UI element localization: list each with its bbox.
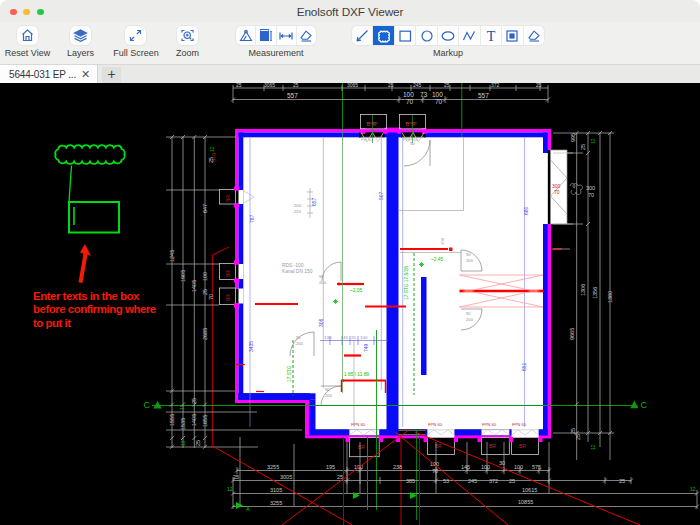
svg-text:12: 12 (690, 486, 696, 492)
svg-text:before confirming where: before confirming where (33, 303, 156, 315)
svg-text:200: 200 (440, 237, 445, 245)
svg-text:657: 657 (311, 197, 317, 206)
svg-text:25: 25 (195, 440, 201, 446)
svg-text:995: 995 (570, 133, 576, 142)
svg-text:306: 306 (318, 318, 324, 327)
svg-text:3065: 3065 (264, 83, 275, 88)
svg-text:C: C (641, 400, 648, 410)
svg-text:BR: BR (225, 294, 231, 301)
svg-text:BR: BR (358, 444, 365, 450)
svg-text:FPN 60: FPN 60 (482, 422, 497, 427)
svg-text:25: 25 (444, 83, 450, 88)
svg-text:100: 100 (360, 335, 368, 340)
svg-text:220: 220 (294, 209, 302, 214)
svg-text:53: 53 (443, 478, 449, 484)
svg-text:1245: 1245 (169, 250, 175, 262)
svg-text:25: 25 (337, 474, 343, 480)
svg-text:12: 12 (180, 440, 186, 446)
svg-text:200: 200 (294, 203, 302, 208)
svg-text:BR: BR (489, 443, 496, 449)
svg-text:557: 557 (287, 92, 298, 99)
svg-text:B R: B R (367, 121, 378, 127)
svg-text:200: 200 (319, 280, 327, 285)
svg-text:2685: 2685 (202, 328, 208, 340)
svg-text:3005: 3005 (280, 474, 292, 480)
svg-text:787: 787 (249, 214, 255, 223)
svg-text:651: 651 (521, 362, 527, 371)
svg-text:70: 70 (208, 294, 214, 300)
svg-text:3105: 3105 (270, 487, 282, 493)
svg-text:575: 575 (532, 464, 541, 470)
svg-text:3065: 3065 (347, 83, 358, 88)
svg-text:90: 90 (296, 335, 301, 340)
svg-text:1405: 1405 (191, 280, 197, 292)
svg-text:680: 680 (523, 206, 529, 215)
svg-text:507: 507 (378, 191, 384, 200)
svg-text:45: 45 (343, 335, 348, 340)
svg-text:25: 25 (351, 335, 356, 340)
svg-text:25: 25 (191, 398, 197, 404)
svg-text:25: 25 (388, 83, 394, 88)
svg-text:1905: 1905 (180, 270, 186, 282)
svg-text:385: 385 (406, 478, 415, 484)
svg-text:A: A (246, 506, 250, 512)
svg-text:73: 73 (420, 91, 428, 98)
svg-text:245: 245 (468, 478, 477, 484)
svg-text:100: 100 (432, 91, 443, 98)
svg-text:100: 100 (403, 91, 414, 98)
svg-text:245: 245 (413, 83, 422, 88)
svg-text:70: 70 (554, 189, 560, 195)
svg-text:300: 300 (586, 185, 595, 191)
svg-text:~2,05: ~2,05 (350, 288, 362, 293)
svg-text:1 85 \ 11 89: 1 85 \ 11 89 (344, 372, 369, 377)
svg-text:3255: 3255 (270, 500, 282, 506)
svg-text:372: 372 (489, 478, 498, 484)
svg-text:12: 12 (209, 146, 215, 152)
svg-text:FPN 60: FPN 60 (428, 422, 443, 427)
svg-text:3255: 3255 (267, 464, 279, 470)
svg-text:Kanal DN 150: Kanal DN 150 (282, 269, 313, 274)
svg-text:30: 30 (499, 460, 505, 466)
svg-text:238: 238 (393, 464, 402, 470)
svg-text:12: 12 (227, 486, 233, 492)
svg-text:BR: BR (225, 195, 231, 202)
svg-text:70: 70 (435, 98, 443, 105)
svg-text:557: 557 (478, 92, 489, 99)
svg-text:200: 200 (325, 393, 333, 398)
svg-text:70: 70 (406, 98, 414, 105)
svg-text:17 STG: 17 STG (287, 365, 292, 382)
svg-text:372: 372 (491, 83, 500, 88)
svg-text:9665: 9665 (569, 328, 575, 340)
svg-text:12: 12 (590, 444, 596, 450)
svg-text:100: 100 (202, 272, 208, 281)
svg-text:12: 12 (179, 404, 185, 410)
svg-text:25: 25 (293, 83, 299, 88)
svg-text:25: 25 (536, 83, 542, 88)
svg-text:25: 25 (580, 144, 586, 150)
svg-text:17 STG 17,5/28: 17 STG 17,5/28 (404, 266, 409, 300)
svg-text:C: C (144, 400, 151, 410)
svg-text:1356: 1356 (592, 287, 598, 299)
svg-text:~2,45: ~2,45 (431, 257, 443, 262)
svg-text:90: 90 (319, 274, 324, 279)
svg-text:90: 90 (325, 387, 330, 392)
svg-text:FH 60: FH 60 (361, 137, 374, 142)
svg-text:1380: 1380 (607, 291, 613, 303)
svg-text:200: 200 (466, 317, 474, 322)
svg-text:1555: 1555 (169, 414, 175, 426)
svg-text:90: 90 (466, 311, 471, 316)
svg-text:200: 200 (466, 258, 474, 263)
svg-text:130: 130 (324, 335, 332, 340)
svg-text:200: 200 (296, 341, 304, 346)
svg-text:647: 647 (202, 204, 208, 213)
svg-text:25: 25 (619, 478, 625, 484)
svg-text:10855: 10855 (518, 499, 533, 505)
svg-text:T: T (487, 28, 496, 43)
svg-text:12: 12 (590, 138, 596, 144)
svg-text:25: 25 (570, 428, 576, 434)
svg-text:195: 195 (326, 464, 335, 470)
svg-text:RDS -100: RDS -100 (282, 263, 304, 268)
svg-text:B R: B R (406, 121, 417, 127)
svg-text:749: 749 (363, 343, 369, 352)
svg-text:25: 25 (208, 157, 214, 163)
